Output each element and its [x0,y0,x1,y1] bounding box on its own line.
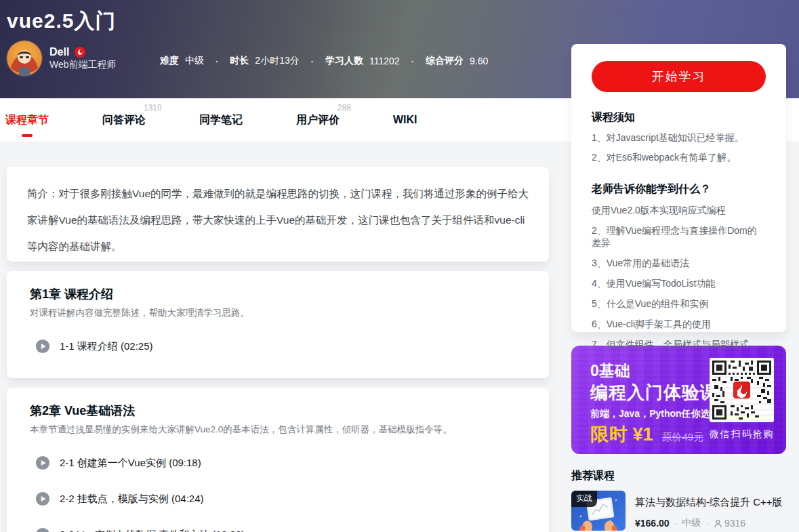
promo-price: ¥1 [632,424,653,445]
stat-value: 2小时13分 [255,55,299,67]
chapter-title: 第1章 课程介绍 [30,286,525,302]
recommended-course-thumbnail: 实战 [571,491,626,531]
avatar[interactable] [7,41,42,76]
lesson-list: 1-1 课程介绍 (02:25) [30,339,525,354]
chapter-title: 第2章 Vue基础语法 [30,403,525,419]
stat-label: 时长 [230,55,249,67]
avatar-image [7,41,42,76]
recommended-course-meta: ¥166.00 · 中级 · 9316 [635,517,783,529]
learn-item: 3、Vue常用的基础语法 [592,258,766,270]
promo-price-row: 限时 ¥1 原价49元 [590,422,703,447]
stat-value: 111202 [369,56,400,66]
tab-label: 用户评价 [296,114,340,125]
tab-label: WIKI [393,114,417,125]
page-title: vue2.5入门 [7,7,116,35]
play-icon [35,339,50,354]
lesson-row[interactable]: 1-1 课程介绍 (02:25) [35,339,525,354]
notice-heading: 课程须知 [592,110,766,125]
tab-chapters[interactable]: 课程章节 [5,113,49,127]
start-learning-button[interactable]: 开始学习 [592,61,766,92]
stat-separator: · [311,56,314,66]
meta-separator: · [705,518,709,529]
chapter-2-card: 第2章 Vue基础语法 本章节通过浅显易懂的实例来给大家讲解Vue2.0的基本语… [7,388,549,532]
tab-notes[interactable]: 同学笔记 [199,113,243,127]
recommended-course-info: 算法与数据结构-综合提升 C++版 ¥166.00 · 中级 · 9316 [635,491,783,531]
stat-separator: · [411,56,414,66]
course-price: ¥166.00 [635,518,670,529]
learn-item: 4、使用Vue编写TodoList功能 [592,278,766,290]
notice-item: 1、对Javascript基础知识已经掌握。 [592,132,766,144]
lesson-title: 2-1 创建第一个Vue实例 (09:18) [60,457,201,470]
lesson-row[interactable]: 2-3 Vue实例中的数据,事件和方法 (12:26) [35,527,525,532]
play-icon [35,455,50,470]
active-tab-underline [22,134,33,137]
promo-price-label: 限时 [590,424,628,445]
promo-line-3: 前端，Java，Python任你选！ [590,408,720,420]
tab-label: 课程章节 [5,114,49,125]
recommended-course-title: 算法与数据结构-综合提升 C++版 [635,496,783,509]
play-icon [35,527,50,532]
stat-value: 中级 [185,55,204,67]
tab-count-badge: 288 [337,103,351,112]
instructor-meta: Dell Web前端工程师 [49,46,117,71]
lesson-list: 2-1 创建第一个Vue实例 (09:18) 2-2 挂载点，模版与实例 (04… [30,455,525,532]
instructor-block[interactable]: Dell Web前端工程师 [7,41,117,76]
course-intro-card: 简介：对于很多刚接触Vue的同学，最难做到的就是编程思路的切换，这门课程，我们将… [7,167,549,262]
course-type-badge: 实战 [571,491,597,507]
main-content: 简介：对于很多刚接触Vue的同学，最难做到的就是编程思路的切换，这门课程，我们将… [7,167,549,532]
lesson-row[interactable]: 2-1 创建第一个Vue实例 (09:18) [35,455,525,470]
chapter-1-card: 第1章 课程介绍 对课程讲解内容做完整陈述，帮助大家理清学习思路。 1-1 课程… [7,271,549,378]
promo-line-2: 编程入门体验课 [590,381,718,405]
stat-label: 难度 [160,55,179,67]
instructor-name[interactable]: Dell [49,46,69,58]
lesson-row[interactable]: 2-2 挂载点，模版与实例 (04:24) [35,491,525,506]
person-icon [714,519,722,528]
promo-original-price: 原价49元 [662,431,704,444]
tab-wiki[interactable]: WIKI [393,114,417,126]
tab-reviews[interactable]: 用户评价 288 [296,113,340,127]
lesson-title: 1-1 课程介绍 (02:25) [60,340,153,353]
recommended-course-row[interactable]: 实战 算法与数据结构-综合提升 C++版 ¥166.00 · 中级 · 9316 [571,491,786,531]
stat-value: 9.60 [470,56,488,66]
tab-qa-comments[interactable]: 问答评论 1310 [102,113,146,127]
qr-caption: 微信扫码抢购 [706,428,777,441]
play-icon [35,491,50,506]
tab-count-badge: 1310 [144,103,162,112]
promo-banner[interactable]: 0基础 编程入门体验课 前端，Java，Python任你选！ 限时 ¥1 原价4… [571,346,786,454]
qr-code-image [712,361,771,420]
learn-item: 5、什么是Vue的组件和实例 [592,298,766,310]
course-student-count: 9316 [724,518,745,529]
lecturer-flame-badge-icon [75,47,85,58]
promo-line-1: 0基础 [590,361,630,382]
notice-item: 2、对Es6和webpack有简单了解。 [592,152,766,164]
learn-item: 7、但文件组件，全局样式与局部样式 [592,339,766,351]
chapter-description: 本章节通过浅显易懂的实例来给大家讲解Vue2.0的基本语法，包含计算属性，侦听器… [30,424,525,436]
recommend-heading: 推荐课程 [571,469,615,483]
learn-list: 使用Vue2.0版本实现响应式编程 2、理解Vue编程理念与直接操作Dom的差异… [592,205,766,351]
course-level: 中级 [682,517,701,529]
tab-label: 同学笔记 [199,114,243,125]
course-page: vue2.5入门 [0,0,799,532]
stat-label: 学习人数 [325,55,363,67]
course-intro-text: 简介：对于很多刚接触Vue的同学，最难做到的就是编程思路的切换，这门课程，我们将… [27,180,529,260]
stat-label: 综合评分 [426,55,464,67]
tab-label: 问答评论 [102,114,146,125]
learn-item: 使用Vue2.0版本实现响应式编程 [592,205,766,217]
lesson-title: 2-2 挂载点，模版与实例 (04:24) [60,493,204,506]
learn-heading: 老师告诉你能学到什么？ [592,182,766,197]
stat-separator: · [216,56,218,66]
learn-item: 6、Vue-cli脚手架工具的使用 [592,319,766,331]
course-info-card: 开始学习 课程须知 1、对Javascript基础知识已经掌握。 2、对Es6和… [571,44,786,332]
learn-item: 2、理解Vue编程理念与直接操作Dom的差异 [592,225,766,249]
chapter-description: 对课程讲解内容做完整陈述，帮助大家理清学习思路。 [30,307,525,319]
instructor-role: Web前端工程师 [49,59,117,70]
qr-code [710,358,774,422]
notice-list: 1、对Javascript基础知识已经掌握。 2、对Es6和webpack有简单… [592,132,766,164]
lesson-title: 2-3 Vue实例中的数据,事件和方法 (12:26) [60,529,245,532]
meta-separator: · [674,518,678,529]
course-stats: 难度 中级 · 时长 2小时13分 · 学习人数 111202 · 综合评分 9… [160,55,488,67]
